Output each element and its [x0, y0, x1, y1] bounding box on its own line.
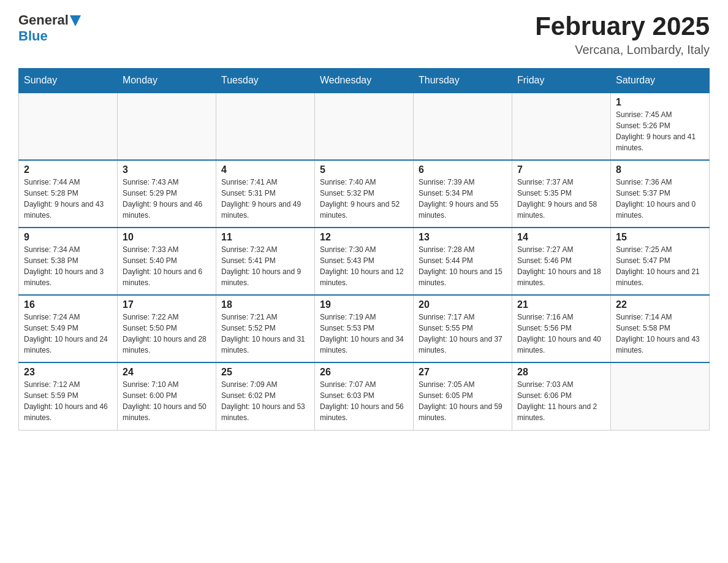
day-number: 1 — [616, 97, 704, 108]
calendar-cell — [611, 362, 710, 430]
day-number: 4 — [221, 164, 309, 175]
day-number: 26 — [320, 367, 408, 378]
week-row-2: 2Sunrise: 7:44 AMSunset: 5:28 PMDaylight… — [19, 160, 710, 228]
day-number: 15 — [616, 232, 704, 243]
calendar-cell: 8Sunrise: 7:36 AMSunset: 5:37 PMDaylight… — [611, 160, 710, 228]
calendar-cell: 25Sunrise: 7:09 AMSunset: 6:02 PMDayligh… — [216, 362, 315, 430]
day-number: 24 — [123, 367, 211, 378]
day-number: 13 — [419, 232, 507, 243]
day-info: Sunrise: 7:21 AMSunset: 5:52 PMDaylight:… — [221, 312, 309, 356]
day-info: Sunrise: 7:40 AMSunset: 5:32 PMDaylight:… — [320, 177, 408, 221]
svg-marker-0 — [70, 15, 81, 26]
calendar-cell: 14Sunrise: 7:27 AMSunset: 5:46 PMDayligh… — [512, 228, 611, 295]
calendar-cell: 7Sunrise: 7:37 AMSunset: 5:35 PMDaylight… — [512, 160, 611, 228]
calendar-cell — [216, 93, 315, 160]
day-number: 9 — [24, 232, 112, 243]
day-info: Sunrise: 7:39 AMSunset: 5:34 PMDaylight:… — [419, 177, 507, 221]
day-number: 14 — [517, 232, 605, 243]
day-number: 12 — [320, 232, 408, 243]
day-number: 5 — [320, 164, 408, 175]
calendar-cell: 15Sunrise: 7:25 AMSunset: 5:47 PMDayligh… — [611, 228, 710, 295]
day-info: Sunrise: 7:12 AMSunset: 5:59 PMDaylight:… — [24, 379, 112, 423]
day-info: Sunrise: 7:34 AMSunset: 5:38 PMDaylight:… — [24, 244, 112, 288]
week-row-3: 9Sunrise: 7:34 AMSunset: 5:38 PMDaylight… — [19, 228, 710, 295]
calendar-cell: 5Sunrise: 7:40 AMSunset: 5:32 PMDaylight… — [315, 160, 414, 228]
day-number: 27 — [419, 367, 507, 378]
logo: General Blue — [18, 12, 81, 44]
day-number: 2 — [24, 164, 112, 175]
day-number: 25 — [221, 367, 309, 378]
calendar-cell: 19Sunrise: 7:19 AMSunset: 5:53 PMDayligh… — [315, 295, 414, 362]
day-number: 28 — [517, 367, 605, 378]
calendar-cell: 24Sunrise: 7:10 AMSunset: 6:00 PMDayligh… — [118, 362, 216, 430]
calendar-cell: 10Sunrise: 7:33 AMSunset: 5:40 PMDayligh… — [118, 228, 216, 295]
day-info: Sunrise: 7:17 AMSunset: 5:55 PMDaylight:… — [419, 312, 507, 356]
calendar-cell: 23Sunrise: 7:12 AMSunset: 5:59 PMDayligh… — [19, 362, 118, 430]
day-info: Sunrise: 7:07 AMSunset: 6:03 PMDaylight:… — [320, 379, 408, 423]
calendar-cell: 26Sunrise: 7:07 AMSunset: 6:03 PMDayligh… — [315, 362, 414, 430]
calendar-cell: 27Sunrise: 7:05 AMSunset: 6:05 PMDayligh… — [414, 362, 512, 430]
day-info: Sunrise: 7:37 AMSunset: 5:35 PMDaylight:… — [517, 177, 605, 221]
calendar-cell — [512, 93, 611, 160]
calendar-cell: 4Sunrise: 7:41 AMSunset: 5:31 PMDaylight… — [216, 160, 315, 228]
calendar-cell: 1Sunrise: 7:45 AMSunset: 5:26 PMDaylight… — [611, 93, 710, 160]
day-info: Sunrise: 7:14 AMSunset: 5:58 PMDaylight:… — [616, 312, 704, 356]
day-info: Sunrise: 7:43 AMSunset: 5:29 PMDaylight:… — [123, 177, 211, 221]
day-info: Sunrise: 7:10 AMSunset: 6:00 PMDaylight:… — [123, 379, 211, 423]
logo-general-text: General — [18, 12, 69, 28]
day-info: Sunrise: 7:24 AMSunset: 5:49 PMDaylight:… — [24, 312, 112, 356]
day-info: Sunrise: 7:41 AMSunset: 5:31 PMDaylight:… — [221, 177, 309, 221]
day-number: 23 — [24, 367, 112, 378]
day-info: Sunrise: 7:36 AMSunset: 5:37 PMDaylight:… — [616, 177, 704, 221]
day-number: 21 — [517, 299, 605, 310]
day-info: Sunrise: 7:32 AMSunset: 5:41 PMDaylight:… — [221, 244, 309, 288]
day-number: 18 — [221, 299, 309, 310]
column-header-friday: Friday — [512, 69, 611, 93]
calendar-cell — [19, 93, 118, 160]
day-number: 17 — [123, 299, 211, 310]
day-info: Sunrise: 7:09 AMSunset: 6:02 PMDaylight:… — [221, 379, 309, 423]
day-info: Sunrise: 7:22 AMSunset: 5:50 PMDaylight:… — [123, 312, 211, 356]
day-number: 6 — [419, 164, 507, 175]
calendar-cell: 16Sunrise: 7:24 AMSunset: 5:49 PMDayligh… — [19, 295, 118, 362]
calendar-cell: 17Sunrise: 7:22 AMSunset: 5:50 PMDayligh… — [118, 295, 216, 362]
day-number: 20 — [419, 299, 507, 310]
column-header-tuesday: Tuesday — [216, 69, 315, 93]
column-header-monday: Monday — [118, 69, 216, 93]
calendar-cell: 6Sunrise: 7:39 AMSunset: 5:34 PMDaylight… — [414, 160, 512, 228]
column-header-saturday: Saturday — [611, 69, 710, 93]
week-row-5: 23Sunrise: 7:12 AMSunset: 5:59 PMDayligh… — [19, 362, 710, 430]
day-info: Sunrise: 7:45 AMSunset: 5:26 PMDaylight:… — [616, 109, 704, 153]
location-subtitle: Vercana, Lombardy, Italy — [535, 43, 710, 57]
calendar-cell: 11Sunrise: 7:32 AMSunset: 5:41 PMDayligh… — [216, 228, 315, 295]
calendar-cell — [414, 93, 512, 160]
calendar-cell: 22Sunrise: 7:14 AMSunset: 5:58 PMDayligh… — [611, 295, 710, 362]
calendar-cell: 20Sunrise: 7:17 AMSunset: 5:55 PMDayligh… — [414, 295, 512, 362]
day-info: Sunrise: 7:19 AMSunset: 5:53 PMDaylight:… — [320, 312, 408, 356]
page-header: General Blue February 2025 Vercana, Lomb… — [18, 12, 710, 57]
calendar-cell: 2Sunrise: 7:44 AMSunset: 5:28 PMDaylight… — [19, 160, 118, 228]
calendar-cell — [118, 93, 216, 160]
day-info: Sunrise: 7:27 AMSunset: 5:46 PMDaylight:… — [517, 244, 605, 288]
calendar-cell: 28Sunrise: 7:03 AMSunset: 6:06 PMDayligh… — [512, 362, 611, 430]
calendar-cell — [315, 93, 414, 160]
calendar-cell: 18Sunrise: 7:21 AMSunset: 5:52 PMDayligh… — [216, 295, 315, 362]
day-number: 19 — [320, 299, 408, 310]
calendar-cell: 12Sunrise: 7:30 AMSunset: 5:43 PMDayligh… — [315, 228, 414, 295]
column-header-sunday: Sunday — [19, 69, 118, 93]
day-info: Sunrise: 7:28 AMSunset: 5:44 PMDaylight:… — [419, 244, 507, 288]
day-number: 10 — [123, 232, 211, 243]
calendar-header-row: SundayMondayTuesdayWednesdayThursdayFrid… — [19, 69, 710, 93]
day-number: 16 — [24, 299, 112, 310]
month-title: February 2025 — [535, 12, 710, 40]
logo-triangle-icon — [70, 15, 81, 26]
calendar-cell: 3Sunrise: 7:43 AMSunset: 5:29 PMDaylight… — [118, 160, 216, 228]
week-row-1: 1Sunrise: 7:45 AMSunset: 5:26 PMDaylight… — [19, 93, 710, 160]
day-number: 22 — [616, 299, 704, 310]
week-row-4: 16Sunrise: 7:24 AMSunset: 5:49 PMDayligh… — [19, 295, 710, 362]
calendar-table: SundayMondayTuesdayWednesdayThursdayFrid… — [18, 68, 710, 431]
day-number: 7 — [517, 164, 605, 175]
day-number: 3 — [123, 164, 211, 175]
day-number: 11 — [221, 232, 309, 243]
calendar-cell: 21Sunrise: 7:16 AMSunset: 5:56 PMDayligh… — [512, 295, 611, 362]
